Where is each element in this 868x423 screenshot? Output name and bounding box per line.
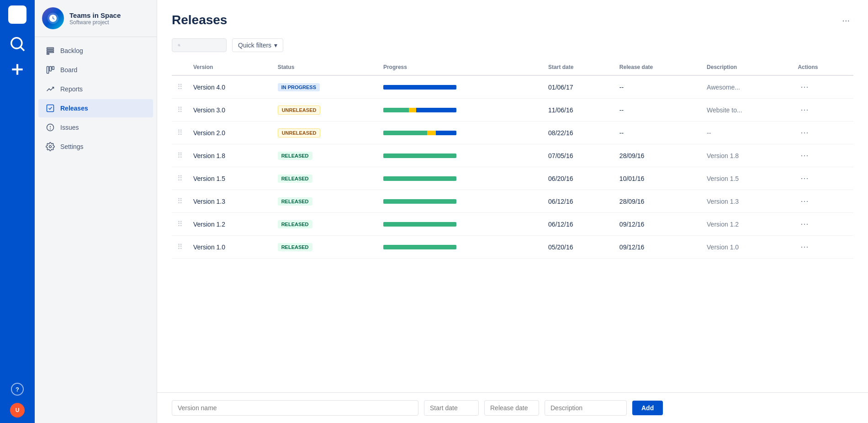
drag-handle[interactable]: ⠿	[177, 220, 182, 228]
project-header: Teams in Space Software project	[35, 0, 157, 37]
row-actions-button[interactable]: ···	[798, 241, 811, 253]
release-date-input[interactable]	[484, 400, 539, 416]
col-version: Version	[188, 59, 272, 75]
search-input[interactable]	[184, 42, 221, 49]
row-actions-button[interactable]: ···	[798, 81, 811, 93]
sidebar-item-settings[interactable]: Settings	[38, 137, 153, 156]
release-date-cell: 28/09/16	[614, 190, 701, 213]
progress-bar	[383, 153, 456, 158]
svg-point-0	[11, 38, 22, 48]
app-logo[interactable]	[8, 5, 26, 24]
row-actions-button[interactable]: ···	[798, 104, 811, 116]
version-cell: Version 1.3	[188, 190, 272, 213]
progress-bar	[383, 85, 456, 90]
row-actions-button[interactable]: ···	[798, 173, 811, 184]
project-avatar	[42, 7, 64, 29]
col-progress: Progress	[378, 59, 543, 75]
version-cell: Version 1.5	[188, 167, 272, 190]
progress-segment	[409, 108, 416, 112]
more-options-button[interactable]: ···	[838, 13, 853, 27]
status-badge: RELEASED	[278, 243, 312, 251]
releases-table: Version Status Progress Start date Relea…	[157, 59, 868, 392]
drag-handle[interactable]: ⠿	[177, 243, 182, 251]
sidebar-item-backlog[interactable]: Backlog	[38, 42, 153, 60]
description-cell: Website to...	[701, 99, 792, 122]
sidebar-item-issues[interactable]: Issues	[38, 118, 153, 137]
version-name-input[interactable]	[172, 400, 418, 416]
progress-bar	[383, 245, 456, 249]
drag-handle[interactable]: ⠿	[177, 174, 182, 182]
user-avatar[interactable]: U	[10, 403, 25, 418]
sidebar: Teams in Space Software project Backlog …	[35, 0, 157, 423]
status-cell: RELEASED	[272, 190, 378, 213]
start-date-input[interactable]	[424, 400, 479, 416]
releases-label: Releases	[60, 105, 88, 112]
progress-bar	[383, 176, 456, 181]
table-header-row: Version Status Progress Start date Relea…	[172, 59, 853, 75]
drag-handle[interactable]: ⠿	[177, 129, 182, 137]
actions-cell: ···	[792, 213, 853, 236]
release-date-cell: 09/12/16	[614, 236, 701, 259]
progress-segment	[383, 108, 409, 112]
create-nav-icon[interactable]	[8, 60, 26, 79]
svg-rect-5	[47, 48, 54, 49]
add-row: Add	[157, 392, 868, 423]
progress-segment	[416, 108, 456, 112]
description-input[interactable]	[545, 400, 627, 416]
sidebar-item-releases[interactable]: Releases	[38, 99, 153, 117]
actions-cell: ···	[792, 167, 853, 190]
status-badge: IN PROGRESS	[278, 83, 320, 91]
row-actions-button[interactable]: ···	[798, 218, 811, 230]
status-cell: RELEASED	[272, 213, 378, 236]
actions-cell: ···	[792, 99, 853, 122]
help-icon[interactable]: ?	[11, 383, 24, 396]
add-button[interactable]: Add	[632, 401, 663, 415]
project-type: Software project	[69, 19, 121, 26]
drag-handle[interactable]: ⠿	[177, 152, 182, 159]
version-cell: Version 2.0	[188, 122, 272, 144]
status-cell: UNRELEASED	[272, 99, 378, 122]
progress-cell	[378, 167, 543, 190]
progress-bar	[383, 108, 456, 112]
issues-label: Issues	[60, 124, 79, 131]
drag-handle[interactable]: ⠿	[177, 83, 182, 91]
drag-handle[interactable]: ⠿	[177, 197, 182, 205]
row-actions-button[interactable]: ···	[798, 196, 811, 207]
svg-point-16	[49, 146, 52, 148]
svg-rect-9	[47, 67, 49, 74]
release-date-cell: --	[614, 75, 701, 99]
version-cell: Version 1.0	[188, 236, 272, 259]
version-cell: Version 4.0	[188, 75, 272, 99]
row-actions-button[interactable]: ···	[798, 127, 811, 138]
version-cell: Version 1.2	[188, 213, 272, 236]
row-actions-button[interactable]: ···	[798, 150, 811, 161]
status-badge: RELEASED	[278, 152, 312, 160]
sidebar-item-reports[interactable]: Reports	[38, 80, 153, 98]
search-nav-icon[interactable]	[8, 35, 26, 53]
start-date-cell: 05/20/16	[543, 236, 614, 259]
status-cell: IN PROGRESS	[272, 75, 378, 99]
actions-cell: ···	[792, 236, 853, 259]
description-cell: Version 1.5	[701, 167, 792, 190]
release-date-cell: --	[614, 99, 701, 122]
releases-data-table: Version Status Progress Start date Relea…	[172, 59, 853, 259]
progress-cell	[378, 75, 543, 99]
progress-cell	[378, 190, 543, 213]
svg-rect-11	[52, 67, 54, 70]
search-box[interactable]	[172, 38, 227, 52]
status-cell: RELEASED	[272, 236, 378, 259]
sidebar-item-board[interactable]: Board	[38, 61, 153, 79]
table-row: ⠿Version 4.0IN PROGRESS01/06/17--Awesome…	[172, 75, 853, 99]
progress-segment	[436, 131, 456, 135]
quick-filters-button[interactable]: Quick filters ▾	[232, 38, 283, 52]
release-date-cell: --	[614, 122, 701, 144]
page-title: Releases	[172, 13, 227, 27]
table-row: ⠿Version 1.8RELEASED07/05/1628/09/16Vers…	[172, 144, 853, 167]
sidebar-nav: Backlog Board Reports Releases	[35, 37, 157, 160]
svg-rect-12	[47, 105, 54, 112]
drag-handle[interactable]: ⠿	[177, 106, 182, 114]
svg-line-18	[180, 46, 180, 46]
description-cell: Version 1.2	[701, 213, 792, 236]
search-icon	[178, 42, 180, 49]
progress-segment	[383, 222, 456, 227]
